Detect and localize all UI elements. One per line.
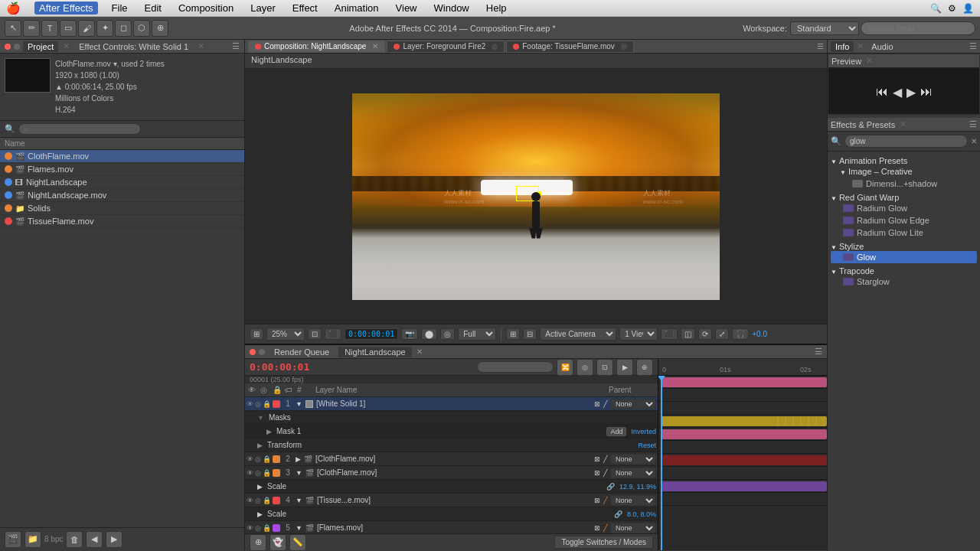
timeline-tab-close[interactable]: ✕ (416, 347, 423, 356)
layer-switches[interactable]: ⊠ (594, 497, 600, 504)
solo-icon[interactable]: ◎ (255, 497, 261, 504)
panel-menu-icon[interactable]: ☰ (232, 41, 240, 51)
comp-panel-menu[interactable]: ☰ (817, 42, 824, 51)
composition-viewer[interactable]: 人人素材 www.rr-sc.com 人人素材 www.rr-sc.com (245, 69, 827, 324)
layer-name[interactable]: [ClothFlame.mov] (317, 468, 593, 477)
timeline-timecode[interactable]: 0:00:00:01 (250, 361, 309, 373)
lock-icon[interactable]: 🔒 (263, 455, 271, 463)
ep-item[interactable]: Dimensi...+shadow (840, 178, 977, 190)
sub-group-header[interactable]: Image – Creative (840, 165, 977, 178)
expand-arrow[interactable]: ▼ (296, 400, 302, 408)
layer-switches[interactable]: ⊠ (594, 455, 600, 463)
layer-mode-icon[interactable]: ╱ (603, 524, 607, 532)
scale-value[interactable]: 12.9, 11.9% (619, 483, 656, 491)
reset-btn[interactable]: Reset (638, 442, 656, 449)
comp-tab-foreground[interactable]: Layer: Foreground Fire2 (387, 41, 505, 53)
group-header[interactable]: Animation Presets (831, 156, 977, 165)
effects-panel-menu[interactable]: ☰ (969, 119, 977, 129)
selection-tool[interactable]: ↖ (5, 20, 21, 37)
shape-tool[interactable]: ▭ (60, 20, 77, 37)
roto-tool[interactable]: ⬡ (133, 20, 150, 37)
ep-item[interactable]: Glow (831, 251, 977, 263)
lock-icon[interactable]: 🔒 (263, 524, 271, 532)
motion-blur-btn[interactable]: ◎ (577, 359, 593, 376)
guide-layer-btn[interactable]: 📏 (289, 534, 306, 551)
tab-audio[interactable]: Audio (867, 41, 897, 52)
comp-tab-nightlandscape[interactable]: Composition: NightLandscape ✕ (248, 41, 385, 53)
list-item[interactable]: 📁 Solids (0, 202, 244, 215)
tab-preview[interactable]: Preview (831, 57, 861, 66)
layer-row[interactable]: 👁 ◎ 🔒 3 ▼ 🎬 [ClothFlame.mov] ⊠ ╱ None (245, 466, 658, 480)
play-btn[interactable]: ▶ (906, 85, 916, 99)
play-back-btn[interactable]: ◀ (893, 85, 902, 99)
new-comp-btn[interactable]: 🎬 (5, 531, 21, 548)
lock-icon[interactable]: 🔒 (263, 497, 271, 504)
vis-icon[interactable]: 👁 (247, 469, 253, 477)
tab-render-queue[interactable]: Render Queue (268, 347, 335, 357)
layer-name[interactable]: [Flames.mov] (317, 523, 593, 532)
layer-row[interactable]: 👁 ◎ 🔒 1 ▼ [White Solid 1] ⊠ ╱ None (245, 397, 658, 411)
toggle-switches-btn[interactable]: Toggle Switches / Modes (554, 536, 653, 549)
expand-arrow[interactable]: ▼ (296, 524, 302, 532)
spotlight-icon[interactable]: 🔍 (930, 3, 942, 14)
list-item[interactable]: 🎬 Flames.mov (0, 163, 244, 176)
tab-info[interactable]: Info (831, 41, 854, 52)
solo-icon[interactable]: ◎ (255, 400, 261, 408)
layer-row-transform[interactable]: ▶ Transform Reset (245, 439, 658, 452)
layer-row[interactable]: 👁 ◎ 🔒 5 ▼ 🎬 [Flames.mov] ⊠ ╱ None (245, 521, 658, 533)
layer-mode-icon[interactable]: ╱ (603, 400, 607, 408)
tab-effects-presets[interactable]: Effects & Presets (831, 120, 895, 129)
draft-btn[interactable]: ⊡ (596, 359, 613, 376)
parent-select[interactable]: None (610, 495, 656, 506)
menu-file[interactable]: File (109, 2, 131, 14)
parent-select[interactable]: None (610, 468, 656, 478)
menu-effect[interactable]: Effect (289, 2, 321, 14)
parent-select[interactable]: None (610, 523, 656, 533)
playhead[interactable] (661, 376, 662, 550)
headset-btn[interactable]: 🎧 (732, 328, 749, 340)
quality-btn[interactable]: ◎ (440, 328, 455, 340)
scale-expand-arrow[interactable]: ▶ (257, 483, 263, 491)
render-region-btn[interactable]: ⬛ (661, 328, 678, 340)
tab-project[interactable]: Project (23, 41, 58, 52)
vis-icon[interactable]: 👁 (247, 455, 253, 463)
magnification-select[interactable]: 25% (266, 328, 305, 341)
guide-btn[interactable]: ⊟ (523, 328, 537, 340)
new-folder-btn[interactable]: 📁 (24, 531, 41, 548)
list-item[interactable]: 🎬 ClothFlame.mov (0, 150, 244, 163)
timeline-search-input[interactable] (477, 361, 554, 373)
list-item[interactable]: 🎬 TissueFlame.mov (0, 215, 244, 228)
menu-help[interactable]: Help (483, 2, 510, 14)
solo-icon[interactable]: ◎ (255, 455, 261, 463)
viewer-settings-btn[interactable]: ⊞ (250, 328, 263, 340)
pen-tool[interactable]: ✏ (23, 20, 40, 37)
menu-edit[interactable]: Edit (142, 2, 165, 14)
project-min-btn[interactable] (14, 44, 20, 50)
camera-select[interactable]: Active Camera (540, 328, 616, 341)
scale-value[interactable]: 8.0, 8.0% (627, 510, 656, 518)
group-header[interactable]: Red Giant Warp (831, 193, 977, 202)
timeline-panel-menu[interactable]: ☰ (815, 347, 822, 357)
vis-icon[interactable]: 👁 (247, 524, 253, 532)
list-item[interactable]: 🎬 NightLandscape.mov (0, 189, 244, 202)
layer-switches[interactable]: ⊠ (594, 524, 600, 532)
text-tool[interactable]: T (41, 20, 58, 37)
trash-btn[interactable]: 🗑 (66, 531, 83, 548)
grid-btn[interactable]: ⊞ (506, 328, 520, 340)
add-mask-btn[interactable]: Add (606, 427, 626, 436)
menu-layer[interactable]: Layer (247, 2, 279, 14)
parent-select[interactable]: None (610, 399, 656, 409)
layer-row[interactable]: 👁 ◎ 🔒 4 ▼ 🎬 [Tissue...e.mov] ⊠ ╱ None (245, 494, 658, 507)
fit-btn[interactable]: ⊡ (308, 328, 322, 340)
current-timecode[interactable]: 0:00:00:01 (345, 328, 398, 340)
menu-composition[interactable]: Composition (175, 2, 237, 14)
clone-tool[interactable]: ✦ (96, 20, 113, 37)
resolution-select[interactable]: Full (458, 328, 496, 341)
layer-switches[interactable]: ⊠ (594, 469, 600, 477)
next-btn[interactable]: ▶ (106, 531, 122, 548)
prev-frame-btn[interactable]: ⏮ (876, 85, 888, 99)
scale-expand-arrow[interactable]: ▶ (257, 510, 263, 518)
flow-btn[interactable]: ⤢ (715, 328, 729, 340)
layer-row[interactable]: 👁 ◎ 🔒 2 ▶ 🎬 [ClothFlame.mov] ⊠ ╱ None (245, 452, 658, 466)
solo-icon[interactable]: ◎ (255, 469, 261, 477)
